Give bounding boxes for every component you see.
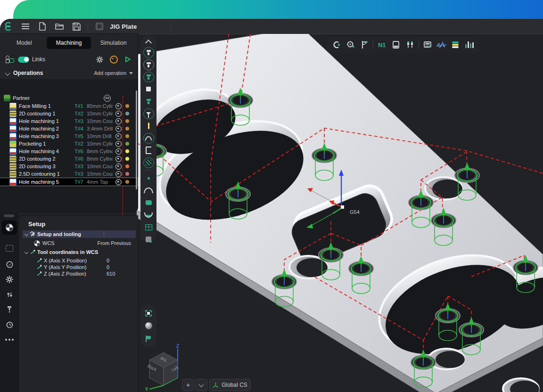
operation-row-selected[interactable]: Hole machining 5T#74mm Tap xyxy=(0,178,138,186)
tab-model[interactable]: Model xyxy=(2,37,47,49)
operation-row[interactable]: Pocketing 1T#210mm Cylindrica xyxy=(0,140,138,147)
toolpath-target-icon[interactable] xyxy=(115,163,122,170)
measure-tape-icon[interactable] xyxy=(345,39,356,50)
fit-view-icon[interactable] xyxy=(142,307,155,319)
hatch-material-icon[interactable] xyxy=(142,156,155,169)
tool-drill-icon[interactable] xyxy=(2,302,17,317)
hole-machining-icon xyxy=(9,148,16,155)
surface-icon[interactable] xyxy=(142,196,155,209)
app-root: { "window": { "title": "JIG Plate" }, "g… xyxy=(0,0,543,392)
fixture-icon[interactable] xyxy=(142,144,155,156)
wcs-tool-icon[interactable] xyxy=(2,220,17,235)
navigation-cube[interactable]: Top Back Left Z Y xyxy=(143,344,188,392)
tool-stack-icon[interactable] xyxy=(450,39,461,50)
toolpath-target-icon[interactable] xyxy=(115,133,122,139)
collapse-up-icon[interactable] xyxy=(142,38,155,46)
mesh-box-icon[interactable] xyxy=(142,221,155,233)
coordinate-value[interactable]: 610 xyxy=(107,271,115,277)
toolpath-target-icon[interactable] xyxy=(115,126,122,132)
snap-magnet-icon[interactable] xyxy=(331,39,342,50)
operation-row[interactable]: Hole machining 2T#43.4mm Drill xyxy=(0,125,138,132)
operation-row[interactable]: 2D contouring 2T#68mm Cylindrical xyxy=(0,155,138,163)
tool-holder-icon[interactable] xyxy=(142,46,155,58)
machining-settings-icon[interactable] xyxy=(96,56,103,63)
run-play-icon[interactable] xyxy=(124,56,131,63)
caliper-icon[interactable] xyxy=(359,39,370,50)
add-operation-button[interactable]: Add operation xyxy=(94,70,133,76)
nc-program-icon[interactable]: N1 xyxy=(376,39,387,50)
hole-machining-icon xyxy=(9,118,16,125)
sheet-icon[interactable] xyxy=(390,39,402,50)
new-document-button[interactable] xyxy=(37,21,48,32)
operation-row[interactable]: 2.5D contouring 1T#310mm Countersi xyxy=(0,170,138,178)
toolpath-target-icon[interactable] xyxy=(115,118,122,124)
tool-pair-icon[interactable] xyxy=(404,39,416,50)
simulation-target-icon[interactable] xyxy=(110,56,118,64)
toolpath-target-icon[interactable] xyxy=(115,111,122,117)
milling-head-icon[interactable] xyxy=(142,132,155,144)
statistics-icon[interactable] xyxy=(464,39,475,50)
wcs-label: G54 xyxy=(350,209,360,215)
toolpath-target-icon[interactable] xyxy=(115,179,122,185)
main-menu-button[interactable] xyxy=(20,21,31,32)
add-cs-button[interactable]: + xyxy=(182,379,194,391)
tool-spindle-icon[interactable] xyxy=(142,58,155,71)
partner-row[interactable]: Partner xyxy=(0,94,138,102)
shaded-view-icon[interactable] xyxy=(142,320,155,332)
toolpath-target-icon[interactable] xyxy=(115,148,122,155)
countersink-tool-icon[interactable] xyxy=(142,107,155,120)
collapse-chevron-icon[interactable] xyxy=(5,70,10,75)
settings-gear-icon[interactable] xyxy=(2,272,17,286)
compass-icon[interactable] xyxy=(2,257,17,271)
drill-bit-icon[interactable] xyxy=(142,120,155,132)
coordinate-value[interactable]: 0 xyxy=(107,258,109,263)
wcs-row[interactable]: WCS From Previous xyxy=(23,239,136,247)
status-dot xyxy=(125,142,129,146)
coordinate-row-z[interactable]: Z (Axis Z Position) 610 xyxy=(23,270,136,278)
jig-plate-model xyxy=(137,34,543,392)
group-menu-icon[interactable] xyxy=(104,95,111,102)
plus-icon: + xyxy=(186,381,190,389)
sheet-surface-icon[interactable] xyxy=(142,209,155,221)
spline-icon[interactable] xyxy=(142,184,155,196)
more-options-icon[interactable] xyxy=(2,333,17,347)
setup-tooling-group[interactable]: Setup and tooling xyxy=(23,230,136,238)
point-icon[interactable] xyxy=(142,172,155,184)
links-label: Links xyxy=(32,56,45,63)
control-panel-icon[interactable] xyxy=(422,39,433,50)
tab-machining[interactable]: Machining xyxy=(47,37,91,49)
coordinate-value[interactable]: 0 xyxy=(107,264,109,270)
tool-coordinates-group[interactable]: Tool coordinates in WCS xyxy=(23,248,136,256)
toolpath-graph-icon[interactable] xyxy=(436,39,447,50)
operations-scrollbar[interactable] xyxy=(136,90,137,189)
stock-icon[interactable] xyxy=(142,83,155,95)
panel-drag-handle[interactable] xyxy=(4,214,14,217)
toolpath-target-icon[interactable] xyxy=(115,141,122,147)
operation-row[interactable]: Hole machining 4T#68mm Cylindrical xyxy=(0,147,138,155)
tool-active-icon[interactable] xyxy=(142,71,155,83)
reorder-arrows-icon[interactable] xyxy=(2,287,17,302)
flag-marker-icon[interactable] xyxy=(142,333,155,345)
links-toggle[interactable] xyxy=(18,57,29,63)
app-logo xyxy=(3,21,14,32)
collet-icon[interactable] xyxy=(142,95,155,107)
wcs-value[interactable]: From Previous xyxy=(97,240,131,246)
operation-row[interactable]: Hole machining 3T#510mm Drill xyxy=(0,132,138,140)
solid-body-icon[interactable] xyxy=(142,233,155,245)
save-project-button[interactable] xyxy=(71,21,82,32)
toolpath-target-icon[interactable] xyxy=(115,171,122,177)
machining-time-icon[interactable] xyxy=(2,318,17,332)
selection-marquee-icon[interactable] xyxy=(2,241,17,255)
operation-row[interactable]: 2D contouring 3T#310mm Countersi xyxy=(0,163,138,170)
operations-list: Partner Face Milling 1T#180mm Cylindrica… xyxy=(0,79,138,212)
open-project-button[interactable] xyxy=(54,21,65,32)
tab-simulation[interactable]: Simulation xyxy=(91,37,136,49)
global-cs-button[interactable]: Global CS xyxy=(209,379,251,391)
toolpath-target-icon[interactable] xyxy=(115,103,122,109)
operation-row[interactable]: Face Milling 1T#180mm Cylindrica xyxy=(0,102,138,110)
toolpath-target-icon[interactable] xyxy=(115,156,122,162)
operation-row[interactable]: Hole machining 1T#310mm Countersi xyxy=(0,117,138,125)
cs-dropdown-button[interactable] xyxy=(195,379,207,391)
viewport-3d[interactable]: G54 xyxy=(137,34,543,392)
operation-row[interactable]: 2D contouring 1T#210mm Cylindrica xyxy=(0,110,138,117)
